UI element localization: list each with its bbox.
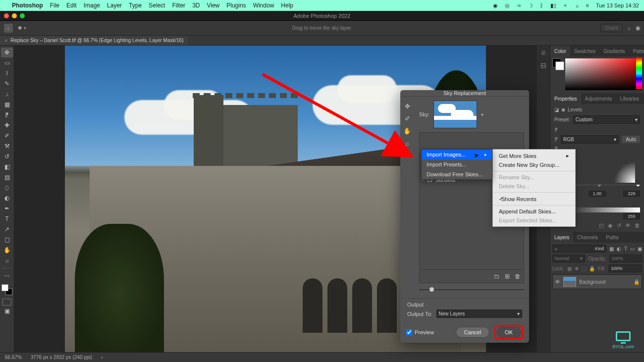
- dropdown-chevron-icon[interactable]: ▾: [24, 25, 26, 31]
- gradient-tool[interactable]: ▤: [1, 172, 13, 182]
- reset-icon[interactable]: ↺: [617, 222, 621, 229]
- layer-background[interactable]: 👁 Background 🔒: [552, 274, 642, 289]
- tab-adjustments[interactable]: Adjustments: [581, 93, 616, 104]
- blend-mode-dropdown[interactable]: Normal▾: [552, 255, 585, 262]
- menu-show-recents[interactable]: ✓ Show Recents: [493, 194, 575, 204]
- brush-tool[interactable]: ✐: [1, 131, 13, 141]
- menu-download-free-skies[interactable]: Download Free Skies...: [422, 169, 492, 179]
- input-gamma[interactable]: [589, 191, 606, 197]
- clip-icon[interactable]: ◰: [599, 222, 604, 229]
- menu-get-more-skies[interactable]: Get More Skies ▸: [493, 151, 575, 160]
- home-button[interactable]: ⌂: [4, 24, 13, 33]
- status-chevron-icon[interactable]: ›: [101, 355, 103, 360]
- view-prev-icon[interactable]: ◉: [608, 222, 613, 229]
- menu-import-images[interactable]: Import Images... ▸: [422, 150, 492, 159]
- healing-tool[interactable]: ✚: [1, 120, 13, 130]
- lock-pos-icon[interactable]: ✥: [575, 266, 579, 271]
- toggle-vis-icon[interactable]: 👁: [625, 222, 631, 229]
- menu-layer[interactable]: Layer: [107, 2, 122, 9]
- color-swatches[interactable]: [1, 284, 12, 295]
- move-tool[interactable]: ✥: [1, 48, 13, 57]
- brushes-panel-icon[interactable]: ⎚: [541, 49, 545, 56]
- tab-libraries[interactable]: Libraries: [616, 93, 643, 104]
- crop-tool[interactable]: ⟂: [1, 89, 13, 99]
- eyedropper-tool[interactable]: ⁋: [1, 110, 13, 120]
- menu-plugins[interactable]: Plugins: [226, 2, 246, 9]
- type-tool[interactable]: T: [1, 214, 13, 224]
- color-bg-swatch[interactable]: [555, 61, 564, 70]
- menu-view[interactable]: View: [207, 2, 219, 9]
- filter-pixel-icon[interactable]: ▦: [609, 246, 614, 252]
- preset-dropdown[interactable]: Custom▾: [573, 115, 640, 124]
- preview-check-input[interactable]: [406, 329, 412, 335]
- tab-swatches[interactable]: Swatches: [570, 46, 599, 56]
- path-tool[interactable]: ↗: [1, 224, 13, 234]
- sky-preset-thumbnail[interactable]: [433, 101, 477, 128]
- opacity-field[interactable]: 100%: [609, 255, 642, 262]
- move-tool-icon[interactable]: ✥: [18, 25, 22, 31]
- menu-3d[interactable]: 3D: [192, 2, 200, 9]
- filter-adj-icon[interactable]: ◐: [617, 246, 621, 252]
- menu-create-new-sky-group[interactable]: Create New Sky Group...: [493, 160, 575, 169]
- menu-edit[interactable]: Edit: [66, 2, 77, 9]
- doc-dimensions[interactable]: 3776 px x 2832 px (240 ppi): [31, 355, 92, 360]
- visibility-icon[interactable]: 👁: [555, 279, 560, 285]
- menu-image[interactable]: Image: [84, 2, 100, 9]
- tab-gradients[interactable]: Gradients: [599, 46, 629, 56]
- filter-type-icon[interactable]: T: [624, 246, 627, 252]
- eyedropper-gray-icon[interactable]: ⁋: [554, 136, 558, 143]
- edit-toolbar[interactable]: ⋯: [1, 271, 13, 281]
- quick-select-tool[interactable]: ✎: [1, 79, 13, 89]
- zoom-tool[interactable]: ⌕: [1, 256, 13, 265]
- foreground-color-swatch[interactable]: [1, 284, 8, 291]
- hue-slider[interactable]: [636, 57, 642, 89]
- auto-button[interactable]: Auto: [622, 136, 640, 143]
- new-preset-icon[interactable]: ⊞: [505, 273, 510, 280]
- menu-append-default-skies[interactable]: Append Default Skies...: [493, 207, 575, 216]
- lock-pixel-icon[interactable]: ⬚: [582, 266, 586, 271]
- menu-filter[interactable]: Filter: [172, 2, 185, 9]
- blur-tool[interactable]: ⬯: [1, 183, 13, 193]
- output-to-dropdown[interactable]: New Layers▾: [436, 310, 522, 318]
- lock-full-icon[interactable]: 🔒: [589, 266, 595, 271]
- marquee-tool[interactable]: ▭: [1, 58, 13, 68]
- tab-color[interactable]: Color: [550, 46, 570, 56]
- layer-filter-kind[interactable]: ⌕Kind: [552, 245, 606, 253]
- sky-move-tool-icon[interactable]: ✥: [405, 103, 410, 110]
- tab-channels[interactable]: Channels: [573, 232, 602, 243]
- share-button[interactable]: Share: [600, 24, 623, 32]
- status-search-icon[interactable]: ⌕: [576, 2, 579, 8]
- close-window-icon[interactable]: [4, 13, 9, 18]
- thumbnail-size-slider[interactable]: [419, 285, 524, 294]
- menu-file[interactable]: File: [50, 2, 59, 9]
- comments-panel-icon[interactable]: ⊟: [540, 61, 546, 69]
- new-folder-icon[interactable]: 🗀: [494, 273, 500, 280]
- status-control-icon[interactable]: ≡: [586, 2, 589, 8]
- color-spectrum[interactable]: [565, 58, 642, 90]
- tab-paths[interactable]: Paths: [602, 232, 623, 243]
- channel-dropdown[interactable]: RGB▾: [561, 135, 619, 144]
- app-name[interactable]: Photoshop: [12, 2, 43, 9]
- workspace-icon[interactable]: ▣: [636, 25, 640, 31]
- clone-tool[interactable]: ⚒: [1, 141, 13, 151]
- menu-select[interactable]: Select: [149, 2, 165, 9]
- status-clock[interactable]: Tue 13 Sep 14:32: [596, 2, 639, 8]
- ok-button[interactable]: OK: [496, 327, 521, 338]
- search-icon[interactable]: ⌕: [628, 25, 631, 31]
- layer-thumbnail[interactable]: [563, 277, 576, 287]
- maximize-window-icon[interactable]: [20, 13, 25, 18]
- fill-field[interactable]: 100%: [608, 264, 642, 272]
- tab-properties[interactable]: Properties: [550, 93, 581, 104]
- history-brush-tool[interactable]: ↺: [1, 152, 13, 161]
- preview-checkbox[interactable]: Preview: [406, 329, 434, 335]
- input-white[interactable]: [623, 191, 640, 197]
- zoom-level[interactable]: 66.67%: [5, 355, 22, 360]
- dodge-tool[interactable]: ◐: [1, 193, 13, 203]
- menu-type[interactable]: Type: [129, 2, 142, 9]
- pen-tool[interactable]: ✒: [1, 204, 13, 213]
- shape-tool[interactable]: ▢: [1, 235, 13, 245]
- tab-layers[interactable]: Layers: [550, 232, 573, 243]
- delete-preset-icon[interactable]: 🗑: [515, 273, 521, 280]
- output-white[interactable]: [623, 213, 640, 219]
- cancel-button[interactable]: Cancel: [456, 327, 489, 338]
